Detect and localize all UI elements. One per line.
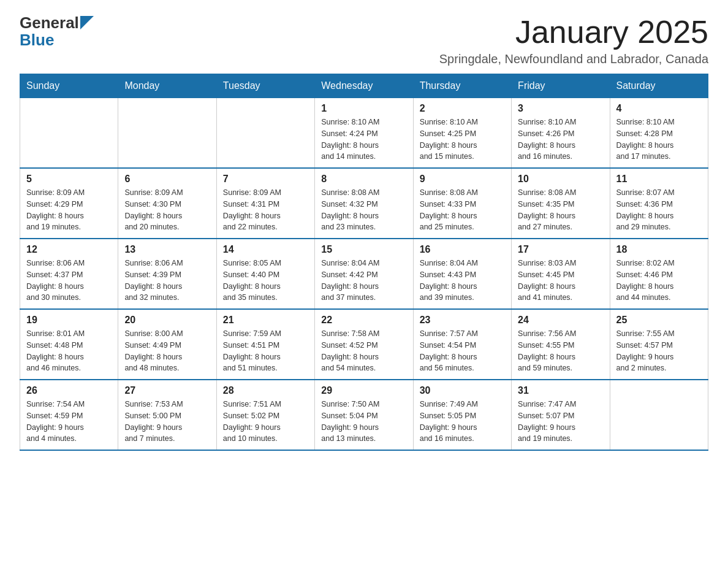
day-info: Sunrise: 7:51 AM Sunset: 5:02 PM Dayligh… [223, 399, 308, 445]
calendar-header: SundayMondayTuesdayWednesdayThursdayFrid… [20, 74, 708, 98]
day-info: Sunrise: 7:55 AM Sunset: 4:57 PM Dayligh… [616, 328, 702, 374]
day-number: 4 [616, 103, 702, 114]
day-number: 26 [26, 385, 112, 396]
calendar-day-cell: 1Sunrise: 8:10 AM Sunset: 4:24 PM Daylig… [315, 98, 413, 169]
calendar-week-row: 12Sunrise: 8:06 AM Sunset: 4:37 PM Dayli… [20, 239, 708, 309]
day-info: Sunrise: 8:09 AM Sunset: 4:30 PM Dayligh… [124, 187, 210, 233]
day-number: 16 [420, 244, 505, 255]
svg-marker-0 [80, 16, 94, 29]
day-number: 2 [420, 103, 505, 114]
calendar-day-cell: 26Sunrise: 7:54 AM Sunset: 4:59 PM Dayli… [20, 380, 118, 450]
calendar-day-cell: 22Sunrise: 7:58 AM Sunset: 4:52 PM Dayli… [315, 309, 413, 380]
calendar-day-cell [20, 98, 118, 169]
calendar-day-cell: 15Sunrise: 8:04 AM Sunset: 4:42 PM Dayli… [315, 239, 413, 309]
calendar-week-row: 19Sunrise: 8:01 AM Sunset: 4:48 PM Dayli… [20, 309, 708, 380]
day-number: 24 [518, 315, 603, 326]
day-info: Sunrise: 8:04 AM Sunset: 4:42 PM Dayligh… [321, 258, 406, 304]
day-number: 13 [124, 244, 210, 255]
calendar-day-cell: 3Sunrise: 8:10 AM Sunset: 4:26 PM Daylig… [512, 98, 610, 169]
calendar-day-cell: 24Sunrise: 7:56 AM Sunset: 4:55 PM Dayli… [512, 309, 610, 380]
day-info: Sunrise: 8:09 AM Sunset: 4:31 PM Dayligh… [223, 187, 308, 233]
day-info: Sunrise: 7:47 AM Sunset: 5:07 PM Dayligh… [518, 399, 603, 445]
day-number: 19 [26, 315, 112, 326]
day-number: 8 [321, 174, 406, 185]
calendar-day-cell [118, 98, 216, 169]
day-number: 18 [616, 244, 702, 255]
calendar-week-row: 5Sunrise: 8:09 AM Sunset: 4:29 PM Daylig… [20, 168, 708, 239]
day-of-week-header: Monday [118, 74, 216, 98]
day-info: Sunrise: 8:06 AM Sunset: 4:39 PM Dayligh… [124, 258, 210, 304]
day-number: 22 [321, 315, 406, 326]
calendar-day-cell: 30Sunrise: 7:49 AM Sunset: 5:05 PM Dayli… [413, 380, 511, 450]
day-number: 20 [124, 315, 210, 326]
calendar-day-cell: 29Sunrise: 7:50 AM Sunset: 5:04 PM Dayli… [315, 380, 413, 450]
day-info: Sunrise: 7:53 AM Sunset: 5:00 PM Dayligh… [124, 399, 210, 445]
day-info: Sunrise: 8:10 AM Sunset: 4:28 PM Dayligh… [616, 117, 702, 163]
calendar-day-cell: 9Sunrise: 8:08 AM Sunset: 4:33 PM Daylig… [413, 168, 511, 239]
title-block: January 2025 Springdale, Newfoundland an… [439, 15, 708, 66]
day-info: Sunrise: 8:06 AM Sunset: 4:37 PM Dayligh… [26, 258, 112, 304]
calendar-day-cell: 8Sunrise: 8:08 AM Sunset: 4:32 PM Daylig… [315, 168, 413, 239]
day-number: 3 [518, 103, 603, 114]
day-number: 25 [616, 315, 702, 326]
calendar-day-cell: 13Sunrise: 8:06 AM Sunset: 4:39 PM Dayli… [118, 239, 216, 309]
calendar-week-row: 26Sunrise: 7:54 AM Sunset: 4:59 PM Dayli… [20, 380, 708, 450]
calendar-day-cell: 27Sunrise: 7:53 AM Sunset: 5:00 PM Dayli… [118, 380, 216, 450]
day-info: Sunrise: 8:03 AM Sunset: 4:45 PM Dayligh… [518, 258, 603, 304]
day-number: 12 [26, 244, 112, 255]
day-info: Sunrise: 7:57 AM Sunset: 4:54 PM Dayligh… [420, 328, 505, 374]
day-info: Sunrise: 8:10 AM Sunset: 4:26 PM Dayligh… [518, 117, 603, 163]
logo-general-text: General [20, 15, 79, 31]
calendar-day-cell: 23Sunrise: 7:57 AM Sunset: 4:54 PM Dayli… [413, 309, 511, 380]
days-of-week-row: SundayMondayTuesdayWednesdayThursdayFrid… [20, 74, 708, 98]
calendar-day-cell: 20Sunrise: 8:00 AM Sunset: 4:49 PM Dayli… [118, 309, 216, 380]
day-of-week-header: Thursday [413, 74, 511, 98]
calendar-day-cell: 4Sunrise: 8:10 AM Sunset: 4:28 PM Daylig… [610, 98, 708, 169]
day-number: 15 [321, 244, 406, 255]
calendar-day-cell: 12Sunrise: 8:06 AM Sunset: 4:37 PM Dayli… [20, 239, 118, 309]
month-title: January 2025 [439, 15, 708, 50]
logo-blue-text: Blue [20, 31, 54, 50]
day-number: 9 [420, 174, 505, 185]
day-info: Sunrise: 7:59 AM Sunset: 4:51 PM Dayligh… [223, 328, 308, 374]
calendar-day-cell [610, 380, 708, 450]
day-number: 11 [616, 174, 702, 185]
day-of-week-header: Saturday [610, 74, 708, 98]
day-of-week-header: Sunday [20, 74, 118, 98]
day-info: Sunrise: 8:07 AM Sunset: 4:36 PM Dayligh… [616, 187, 702, 233]
calendar-day-cell: 16Sunrise: 8:04 AM Sunset: 4:43 PM Dayli… [413, 239, 511, 309]
calendar-day-cell: 31Sunrise: 7:47 AM Sunset: 5:07 PM Dayli… [512, 380, 610, 450]
day-of-week-header: Friday [512, 74, 610, 98]
day-info: Sunrise: 7:49 AM Sunset: 5:05 PM Dayligh… [420, 399, 505, 445]
day-info: Sunrise: 8:08 AM Sunset: 4:32 PM Dayligh… [321, 187, 406, 233]
calendar-table: SundayMondayTuesdayWednesdayThursdayFrid… [20, 74, 708, 451]
day-info: Sunrise: 8:01 AM Sunset: 4:48 PM Dayligh… [26, 328, 112, 374]
day-info: Sunrise: 7:56 AM Sunset: 4:55 PM Dayligh… [518, 328, 603, 374]
calendar-day-cell: 28Sunrise: 7:51 AM Sunset: 5:02 PM Dayli… [216, 380, 314, 450]
calendar-day-cell: 6Sunrise: 8:09 AM Sunset: 4:30 PM Daylig… [118, 168, 216, 239]
calendar-day-cell: 17Sunrise: 8:03 AM Sunset: 4:45 PM Dayli… [512, 239, 610, 309]
day-number: 23 [420, 315, 505, 326]
calendar-day-cell: 14Sunrise: 8:05 AM Sunset: 4:40 PM Dayli… [216, 239, 314, 309]
calendar-day-cell: 7Sunrise: 8:09 AM Sunset: 4:31 PM Daylig… [216, 168, 314, 239]
day-number: 31 [518, 385, 603, 396]
day-number: 1 [321, 103, 406, 114]
day-number: 5 [26, 174, 112, 185]
calendar-day-cell: 19Sunrise: 8:01 AM Sunset: 4:48 PM Dayli… [20, 309, 118, 380]
location-subtitle: Springdale, Newfoundland and Labrador, C… [439, 52, 708, 66]
calendar-day-cell [216, 98, 314, 169]
day-info: Sunrise: 7:50 AM Sunset: 5:04 PM Dayligh… [321, 399, 406, 445]
day-info: Sunrise: 8:04 AM Sunset: 4:43 PM Dayligh… [420, 258, 505, 304]
day-info: Sunrise: 8:10 AM Sunset: 4:25 PM Dayligh… [420, 117, 505, 163]
day-number: 7 [223, 174, 308, 185]
calendar-week-row: 1Sunrise: 8:10 AM Sunset: 4:24 PM Daylig… [20, 98, 708, 169]
day-info: Sunrise: 8:00 AM Sunset: 4:49 PM Dayligh… [124, 328, 210, 374]
day-of-week-header: Wednesday [315, 74, 413, 98]
calendar-day-cell: 21Sunrise: 7:59 AM Sunset: 4:51 PM Dayli… [216, 309, 314, 380]
day-number: 10 [518, 174, 603, 185]
day-info: Sunrise: 8:09 AM Sunset: 4:29 PM Dayligh… [26, 187, 112, 233]
day-info: Sunrise: 7:58 AM Sunset: 4:52 PM Dayligh… [321, 328, 406, 374]
page-header: General Blue January 2025 Springdale, Ne… [20, 15, 708, 66]
calendar-day-cell: 25Sunrise: 7:55 AM Sunset: 4:57 PM Dayli… [610, 309, 708, 380]
logo-triangle-icon [80, 16, 94, 29]
